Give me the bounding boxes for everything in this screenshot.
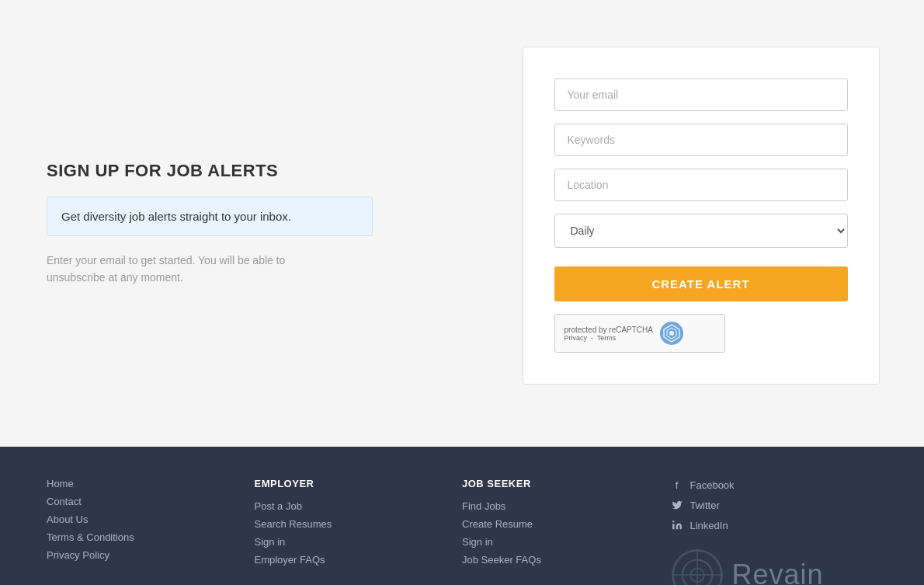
recaptcha-text: protected by reCAPTCHA Privacy - Terms bbox=[564, 326, 654, 342]
revain-logo-icon bbox=[670, 548, 724, 585]
right-panel: Daily Weekly Monthly CREATE ALERT protec… bbox=[478, 31, 924, 416]
footer-link-employer-signin[interactable]: Sign in bbox=[255, 536, 447, 548]
footer-link-create-resume[interactable]: Create Resume bbox=[462, 518, 655, 530]
footer-link-about[interactable]: About Us bbox=[47, 514, 239, 525]
footer-link-terms[interactable]: Terms & Conditions bbox=[47, 531, 239, 543]
footer-brand: Revain bbox=[670, 548, 863, 585]
frequency-field-container: Daily Weekly Monthly bbox=[554, 214, 848, 248]
recaptcha-widget: protected by reCAPTCHA Privacy - Terms bbox=[554, 314, 725, 353]
footer-link-search-resumes[interactable]: Search Resumes bbox=[255, 518, 447, 530]
footer-link-jobseeker-faqs[interactable]: Job Seeker FAQs bbox=[462, 554, 655, 566]
keywords-field-container bbox=[554, 124, 848, 156]
email-field-container bbox=[554, 78, 848, 111]
linkedin-icon bbox=[670, 518, 684, 532]
svg-point-1 bbox=[669, 331, 674, 336]
footer-jobseeker-header: JOB SEEKER bbox=[462, 478, 655, 489]
footer-employer-header: EMPLOYER bbox=[255, 478, 447, 489]
brand-name: Revain bbox=[732, 559, 824, 585]
highlight-text: Get diversity job alerts straight to you… bbox=[61, 210, 291, 223]
email-input[interactable] bbox=[554, 78, 848, 111]
footer-link-home[interactable]: Home bbox=[47, 478, 239, 489]
footer-link-twitter[interactable]: Twitter bbox=[670, 498, 863, 512]
frequency-select[interactable]: Daily Weekly Monthly bbox=[554, 214, 848, 248]
footer-link-employer-faqs[interactable]: Employer FAQs bbox=[255, 554, 447, 566]
footer-col-general: Home Contact About Us Terms & Conditions… bbox=[47, 478, 255, 585]
footer-link-linkedin[interactable]: LinkedIn bbox=[670, 518, 863, 532]
keywords-input[interactable] bbox=[554, 124, 848, 156]
recaptcha-privacy-link[interactable]: Privacy bbox=[564, 334, 588, 342]
recaptcha-logo-icon bbox=[659, 321, 684, 346]
footer-link-facebook[interactable]: f Facebook bbox=[670, 478, 863, 492]
footer-col-social: f Facebook Twitter LinkedIn bbox=[670, 478, 878, 585]
facebook-icon: f bbox=[670, 478, 684, 492]
svg-point-2 bbox=[672, 521, 674, 522]
form-card: Daily Weekly Monthly CREATE ALERT protec… bbox=[523, 47, 880, 385]
section-title: SIGN UP FOR JOB ALERTS bbox=[47, 161, 431, 181]
footer-link-contact[interactable]: Contact bbox=[47, 496, 239, 507]
main-content: SIGN UP FOR JOB ALERTS Get diversity job… bbox=[0, 0, 924, 447]
footer: Home Contact About Us Terms & Conditions… bbox=[0, 447, 924, 585]
footer-link-jobseeker-signin[interactable]: Sign in bbox=[462, 536, 655, 548]
recaptcha-terms-link[interactable]: Terms bbox=[597, 334, 617, 342]
recaptcha-label: protected by reCAPTCHA bbox=[564, 326, 654, 334]
footer-link-privacy[interactable]: Privacy Policy bbox=[47, 549, 239, 561]
footer-link-post-job[interactable]: Post a Job bbox=[255, 500, 447, 512]
footer-link-find-jobs[interactable]: Find Jobs bbox=[462, 500, 655, 512]
twitter-icon bbox=[670, 498, 684, 512]
footer-col-jobseeker: JOB SEEKER Find Jobs Create Resume Sign … bbox=[462, 478, 670, 585]
highlight-box: Get diversity job alerts straight to you… bbox=[47, 197, 373, 236]
left-panel: SIGN UP FOR JOB ALERTS Get diversity job… bbox=[0, 31, 478, 416]
subtext: Enter your email to get started. You wil… bbox=[47, 252, 311, 287]
location-field-container bbox=[554, 169, 848, 201]
create-alert-button[interactable]: CREATE ALERT bbox=[554, 266, 848, 301]
footer-columns: Home Contact About Us Terms & Conditions… bbox=[47, 478, 877, 585]
recaptcha-inner: protected by reCAPTCHA Privacy - Terms bbox=[564, 321, 685, 346]
footer-col-employer: EMPLOYER Post a Job Search Resumes Sign … bbox=[255, 478, 463, 585]
recaptcha-links: Privacy - Terms bbox=[564, 334, 654, 342]
location-input[interactable] bbox=[554, 169, 848, 201]
